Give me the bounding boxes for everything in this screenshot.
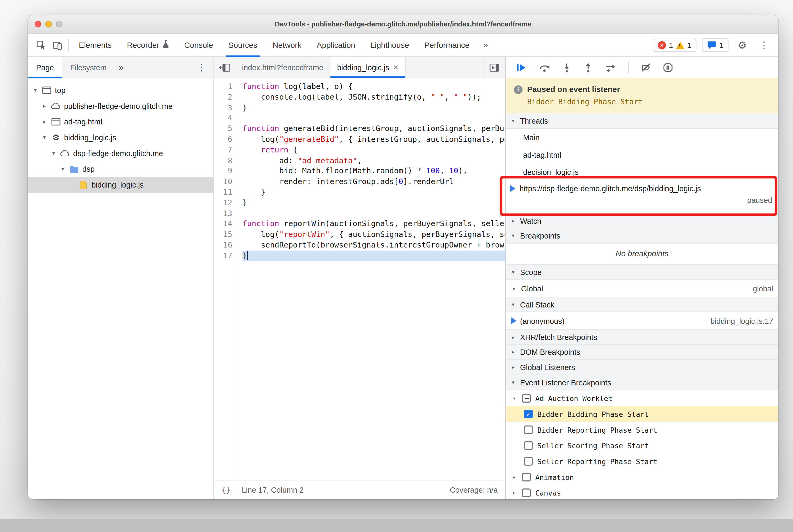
expander-icon[interactable] [511,395,517,401]
line-number[interactable]: 10 [214,176,232,187]
tree-item-top[interactable]: top [28,82,213,98]
tab-sources[interactable]: Sources [221,34,265,57]
tab-application[interactable]: Application [309,34,363,57]
section-breakpoints[interactable]: Breakpoints [506,228,778,244]
inspect-element-icon[interactable] [33,37,50,53]
expander-icon[interactable] [59,166,66,172]
line-number[interactable]: 8 [214,155,232,166]
tab-page[interactable]: Page [28,57,62,78]
expander-icon[interactable] [511,474,517,480]
tab-performance[interactable]: Performance [417,34,477,57]
issues-badge[interactable]: 1 [702,38,728,52]
expander-icon[interactable] [41,134,48,141]
tree-item-dsp[interactable]: dsp [28,161,213,177]
code-editor[interactable]: 1234567891011121314151617 function log(l… [214,78,505,480]
tab-console[interactable]: Console [176,34,221,57]
line-number[interactable]: 16 [214,240,232,250]
checkbox-animation[interactable] [522,473,531,481]
settings-gear-icon[interactable] [734,37,751,53]
tree-item-bidding-logic-js[interactable]: bidding_logic.js [28,130,213,146]
elb-item-seller-reporting-phase-start[interactable]: Seller Reporting Phase Start [506,454,778,469]
line-number[interactable]: 9 [214,166,232,176]
tree-item-dsp-fledge-demo-glitch-me[interactable]: dsp-fledge-demo.glitch.me [28,145,213,161]
zoom-window-button[interactable] [56,21,62,27]
elb-item-bidder-reporting-phase-start[interactable]: Bidder Reporting Phase Start [506,422,778,438]
elb-group-ad-auction-worklet[interactable]: Ad Auction Worklet [506,391,778,406]
checkbox-seller-scoring-phase-start[interactable] [524,441,533,450]
line-number[interactable]: 15 [214,229,232,240]
checkbox-ad-auction-worklet[interactable] [522,394,531,403]
line-number[interactable]: 7 [214,145,232,155]
section-threads[interactable]: Threads [506,113,778,129]
line-number[interactable]: 1 [214,81,232,92]
errors-warnings-badge[interactable]: × 1 ! 1 [653,38,696,52]
thread-item-decision-logic-js[interactable]: decision_logic.js [506,163,778,180]
deactivate-breakpoints-icon[interactable] [641,62,652,72]
line-number[interactable]: 17 [214,250,232,261]
line-number[interactable]: 12 [214,197,232,208]
navigator-menu-icon[interactable] [197,61,214,73]
elb-item-bidder-bidding-phase-start[interactable]: Bidder Bidding Phase Start [506,406,778,422]
tab-filesystem[interactable]: Filesystem [62,57,115,78]
step-into-icon[interactable] [562,62,572,72]
checkbox-seller-reporting-phase-start[interactable] [524,457,533,466]
expander-icon[interactable] [51,150,57,157]
elb-group-canvas[interactable]: Canvas [506,485,778,499]
tab-recorder[interactable]: Recorder [119,34,177,57]
more-options-icon[interactable] [756,37,772,53]
step-icon[interactable] [604,62,617,72]
checkbox-canvas[interactable] [522,489,531,497]
close-window-button[interactable] [35,21,41,27]
section-dom-breakpoints[interactable]: DOM Breakpoints [506,345,778,360]
tree-item-bidding-logic-js[interactable]: bidding_logic.js [28,177,213,193]
expander-icon[interactable] [511,490,517,496]
frame-icon [51,118,61,126]
thread-item-main[interactable]: Main [506,129,778,146]
line-number[interactable]: 4 [214,113,232,124]
section-call-stack[interactable]: Call Stack [506,297,778,312]
line-number[interactable]: 2 [214,92,232,102]
tab-network[interactable]: Network [265,34,309,57]
minimize-window-button[interactable] [45,21,52,27]
section-scope[interactable]: Scope [506,264,778,280]
close-tab-icon[interactable] [393,62,398,72]
line-number[interactable]: 5 [214,124,232,134]
toggle-debugger-sidebar-icon[interactable] [484,57,505,78]
step-over-icon[interactable] [539,62,550,72]
checkbox-bidder-bidding-phase-start[interactable] [524,410,533,418]
more-navigator-tabs-icon[interactable]: » [115,62,128,72]
line-number[interactable]: 3 [214,102,232,113]
section-event-listener-breakpoints[interactable]: Event Listener Breakpoints [506,375,778,391]
tab-lighthouse[interactable]: Lighthouse [363,34,417,57]
expander-icon[interactable] [41,118,48,125]
call-stack-frame[interactable]: (anonymous) bidding_logic.js:17 [506,312,778,329]
resume-script-icon[interactable] [515,62,527,72]
pause-on-exceptions-icon[interactable] [663,62,673,72]
editor-tab-bidding-logic-js[interactable]: bidding_logic.js [331,57,405,78]
tree-item-publisher-fledge-demo-glitch-me[interactable]: publisher-fledge-demo.glitch.me [28,98,213,114]
elb-item-seller-scoring-phase-start[interactable]: Seller Scoring Phase Start [506,438,778,454]
tab-elements[interactable]: Elements [71,34,119,57]
editor-tab-index-html-fencedframe[interactable]: index.html?fencedframe [235,57,331,78]
elb-group-animation[interactable]: Animation [506,469,778,485]
section-watch[interactable]: Watch [506,213,778,228]
checkbox-bidder-reporting-phase-start[interactable] [524,425,533,434]
device-toolbar-icon[interactable] [50,37,66,53]
pretty-print-icon[interactable]: {} [222,486,231,494]
line-number[interactable]: 13 [214,208,232,219]
toggle-navigator-icon[interactable] [214,57,235,78]
scope-global-row[interactable]: Global global [506,280,778,297]
expander-icon[interactable] [41,103,48,109]
line-number[interactable]: 11 [214,187,232,197]
expander-icon[interactable] [32,87,39,94]
thread-item-ad-tag-html[interactable]: ad-tag.html [506,146,778,163]
elb-item-label: Bidder Bidding Phase Start [537,410,649,418]
section-global-listeners[interactable]: Global Listeners [506,360,778,375]
line-number[interactable]: 6 [214,134,232,145]
more-panels-icon[interactable]: » [477,40,494,50]
section-xhr-breakpoints[interactable]: XHR/fetch Breakpoints [506,329,778,345]
step-out-icon[interactable] [583,62,593,72]
thread-item-current[interactable]: https://dsp-fledge-demo.glitch.me/dsp/bi… [506,180,778,213]
tree-item-ad-tag-html[interactable]: ad-tag.html [28,114,213,130]
line-number[interactable]: 14 [214,219,232,229]
